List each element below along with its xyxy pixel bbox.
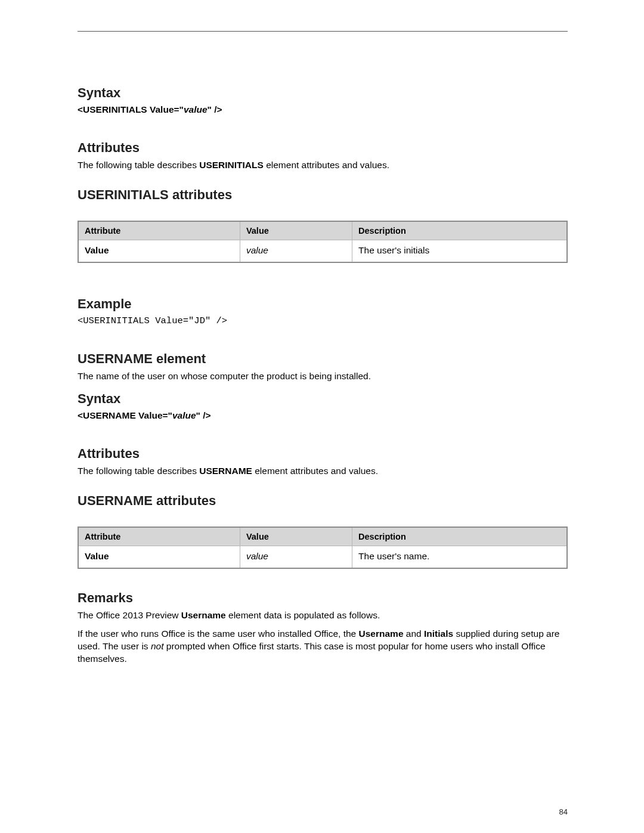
remarks-p1-before: The Office 2013 Preview: [78, 610, 181, 620]
td-description: The user's name.: [352, 546, 566, 568]
heading-example: Example: [78, 296, 568, 312]
document-page: Syntax <USERINITIALS Value="value" /> At…: [0, 0, 644, 665]
th-description: Description: [352, 222, 566, 240]
heading-syntax-username: Syntax: [78, 391, 568, 407]
attributes-intro-userinitials: The following table describes USERINITIA…: [78, 159, 568, 172]
th-attribute: Attribute: [79, 528, 240, 546]
remarks-p2-i: not: [151, 641, 164, 651]
remarks-p2: If the user who runs Office is the same …: [78, 628, 568, 665]
heading-username-element: USERNAME element: [78, 351, 568, 367]
intro-before: The following table describes: [78, 466, 199, 476]
page-number: 84: [559, 807, 568, 816]
heading-remarks: Remarks: [78, 590, 568, 606]
remarks-p1-bold: Username: [181, 610, 226, 620]
th-attribute: Attribute: [79, 222, 240, 240]
remarks-p2-b: and: [404, 628, 424, 639]
td-description: The user's initials: [352, 240, 566, 262]
td-value: value: [240, 546, 352, 568]
remarks-p2-a: If the user who runs Office is the same …: [78, 628, 359, 639]
td-attribute: Value: [79, 546, 240, 568]
table-header-row: Attribute Value Description: [79, 528, 566, 546]
syntax-suffix: " />: [196, 410, 211, 420]
th-value: Value: [240, 528, 352, 546]
td-attribute: Value: [79, 240, 240, 262]
top-rule: [78, 31, 568, 32]
table-userinitials-attributes: Attribute Value Description Value value …: [78, 221, 568, 263]
syntax-prefix: <USERNAME Value=": [78, 410, 172, 420]
remarks-p2-b2: Initials: [424, 628, 453, 639]
attributes-intro-username: The following table describes USERNAME e…: [78, 465, 568, 478]
syntax-line-userinitials: <USERINITIALS Value="value" />: [78, 104, 568, 115]
username-element-intro: The name of the user on whose computer t…: [78, 370, 568, 383]
heading-attributes-username: Attributes: [78, 446, 568, 462]
syntax-line-username: <USERNAME Value="value" />: [78, 410, 568, 421]
heading-syntax-userinitials: Syntax: [78, 85, 568, 101]
example-code: <USERINITIALS Value="JD" />: [78, 315, 568, 326]
remarks-p1: The Office 2013 Preview Username element…: [78, 609, 568, 622]
remarks-p2-b1: Username: [359, 628, 404, 639]
syntax-placeholder: value: [172, 410, 196, 420]
table-row: Value value The user's initials: [79, 240, 566, 262]
table-row: Value value The user's name.: [79, 546, 566, 568]
th-description: Description: [352, 528, 566, 546]
intro-bold: USERNAME: [199, 466, 252, 476]
intro-before: The following table describes: [78, 160, 199, 170]
syntax-prefix: <USERINITIALS Value=": [78, 104, 184, 114]
intro-after: element attributes and values.: [264, 160, 389, 170]
remarks-p1-after: element data is populated as follows.: [226, 610, 380, 620]
heading-table-userinitials: USERINITIALS attributes: [78, 187, 568, 203]
th-value: Value: [240, 222, 352, 240]
syntax-suffix: " />: [208, 104, 222, 114]
intro-after: element attributes and values.: [252, 466, 378, 476]
heading-attributes-userinitials: Attributes: [78, 140, 568, 156]
table-header-row: Attribute Value Description: [79, 222, 566, 240]
table-username-attributes: Attribute Value Description Value value …: [78, 527, 568, 569]
td-value: value: [240, 240, 352, 262]
intro-bold: USERINITIALS: [199, 160, 264, 170]
syntax-placeholder: value: [184, 104, 208, 114]
heading-table-username: USERNAME attributes: [78, 493, 568, 509]
